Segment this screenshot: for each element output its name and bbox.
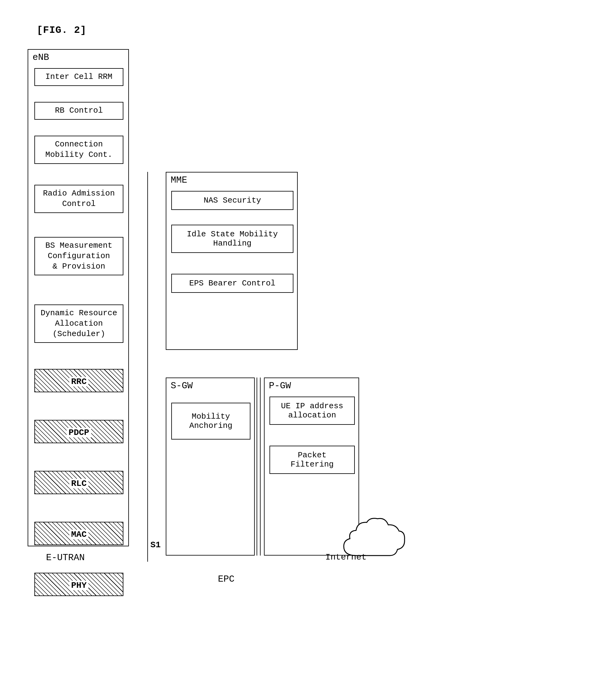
enb-label: eNB [32, 52, 49, 63]
rb-control-box: RB Control [35, 102, 124, 120]
eps-bearer-box: EPS Bearer Control [171, 274, 293, 293]
ue-ip-address-box: UE IP addressallocation [269, 397, 355, 425]
rrc-box: RRC [35, 369, 124, 392]
figure-label: [FIG. 2] [37, 25, 87, 36]
epc-label: EPC [218, 574, 235, 584]
packet-filtering-box: PacketFiltering [269, 446, 355, 474]
internet-label: Internet [325, 552, 367, 562]
inter-cell-rrm-box: Inter Cell RRM [35, 68, 124, 86]
phy-box: PHY [35, 573, 124, 596]
pdcp-box: PDCP [35, 420, 124, 443]
dynamic-resource-box: Dynamic ResourceAllocation(Scheduler) [35, 305, 124, 343]
mobility-anchoring-box: MobilityAnchoring [171, 403, 250, 440]
nas-security-box: NAS Security [171, 191, 293, 210]
eutran-label: E-UTRAN [46, 552, 85, 563]
connection-mobility-box: ConnectionMobility Cont. [35, 136, 124, 164]
mac-box: MAC [35, 522, 124, 545]
mme-label: MME [171, 175, 187, 185]
pgw-label: P-GW [269, 381, 291, 391]
radio-admission-box: Radio AdmissionControl [35, 185, 124, 213]
mme-container: MME NAS Security Idle State MobilityHand… [166, 172, 298, 350]
double-line-left [257, 378, 257, 556]
rlc-box: RLC [35, 471, 124, 494]
enb-container: eNB Inter Cell RRM RB Control Connection… [28, 49, 129, 546]
divider-line [147, 172, 148, 562]
idle-state-box: Idle State MobilityHandling [171, 225, 293, 253]
sgw-label: S-GW [171, 381, 193, 391]
sgw-container: S-GW MobilityAnchoring [166, 378, 255, 556]
s1-label: S1 [150, 540, 161, 550]
bs-measurement-box: BS MeasurementConfiguration& Provision [35, 237, 124, 275]
double-line-right [260, 378, 261, 556]
